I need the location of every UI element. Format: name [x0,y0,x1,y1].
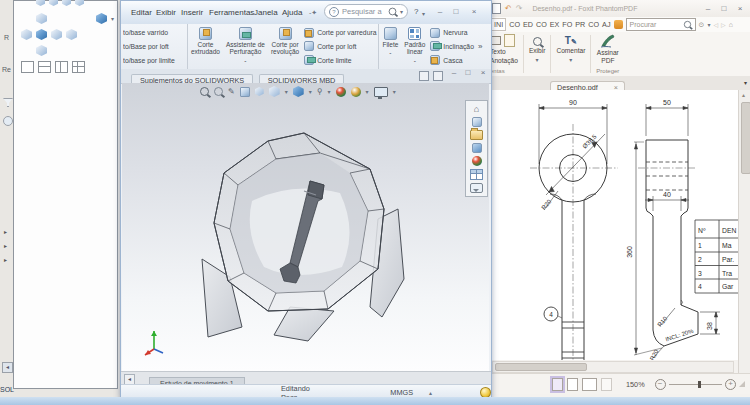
appearances-icon[interactable] [472,156,482,166]
tab-formulario[interactable]: FO [562,20,572,29]
top-view-icon[interactable] [36,13,47,24]
tree-expand-arrow[interactable]: ▸ [4,242,7,249]
close-button[interactable]: × [733,4,747,14]
boss-base-flyout-items[interactable]: to/base varrido to/Base por loft to/base… [121,24,187,69]
tree-expand-arrow[interactable]: ▸ [4,256,7,263]
assistente-perfuracao-button[interactable]: Assistente de Perfuração - [223,24,268,69]
dynamic-annotation-icon[interactable] [255,87,264,96]
close-button[interactable]: × [467,7,481,17]
scrollbar-thumb[interactable] [741,102,750,174]
resize-grip-icon[interactable] [739,381,745,387]
sw-search-input[interactable]: ? Pesquisar a ▾ [324,4,408,19]
tab-comentario[interactable]: CO [509,20,520,29]
tab-compartilhar[interactable]: CO [588,20,599,29]
help-button[interactable]: ? [414,7,418,16]
continuous-page-icon[interactable] [567,378,578,391]
search-icon[interactable] [389,8,397,16]
menu-janela[interactable]: Janela [250,1,282,24]
tree-expand-arrow[interactable]: ▸ [4,228,7,235]
corte-extrudado-button[interactable]: Corte extrudado [188,24,223,69]
flyout-varrido[interactable]: to/base varrido [123,29,187,36]
next-result-icon[interactable]: ▷ [721,21,726,28]
corte-limite-button[interactable]: Corte limite [304,55,376,65]
corte-revolucao-button[interactable]: Corte por revolução [268,24,302,69]
two-view-horizontal-icon[interactable] [38,61,51,73]
tab-organizar[interactable]: CO [536,20,547,29]
tab-list-caret-icon[interactable]: ▾ [744,79,747,86]
chevron-down-icon[interactable]: ▾ [569,56,572,63]
minimize-button[interactable]: – [433,7,447,17]
flyout-loft[interactable]: to/Base por loft [123,43,187,50]
view-cube-icon[interactable] [75,0,84,6]
chevron-down-icon[interactable]: ▾ [309,88,312,95]
scrollbar-thumb[interactable] [495,363,587,371]
right-view-icon[interactable] [51,29,62,40]
zoom-slider-thumb[interactable] [698,381,701,388]
casca-button[interactable]: Casca [430,55,474,65]
status-units[interactable]: MMGS [390,388,413,397]
menu-inserir[interactable]: Inserir [177,1,207,24]
file-explorer-icon[interactable] [470,130,483,140]
forum-icon[interactable] [470,183,483,193]
filter-icon[interactable] [3,98,13,107]
facing-pages-icon[interactable] [582,378,597,391]
menu-ajuda[interactable]: Ajuda [278,1,306,24]
horizontal-scrollbar[interactable] [492,361,734,373]
sign-pen-icon[interactable] [600,34,616,48]
zoom-slider[interactable] [669,384,722,385]
search-icon[interactable] [683,21,690,28]
pdf-page[interactable]: 90 50 40 4 360 38 Ø38,5 R20 R10 R20 INCL… [488,90,738,360]
bottom-view-icon[interactable] [36,45,47,56]
inclinacao-button[interactable]: Inclinação [430,41,474,51]
vertical-scrollbar[interactable]: ▴ [738,90,750,373]
zoom-to-area-icon[interactable] [214,87,223,96]
chevron-down-icon[interactable]: ▾ [366,88,369,95]
sensor-icon[interactable] [3,116,13,126]
view-palette-icon[interactable] [472,143,482,153]
apply-scene-icon[interactable] [351,87,361,97]
save-icon[interactable] [492,3,501,14]
3d-model-part[interactable] [172,111,452,361]
chevron-down-icon[interactable]: ▾ [393,88,396,95]
clipboard-icon[interactable] [504,34,515,47]
tab-editar[interactable]: ED [523,20,533,29]
menu-exibir[interactable]: Exibir [152,1,180,24]
fit-page-icon[interactable] [601,378,612,391]
view-cube-icon[interactable] [36,0,45,6]
comment-text-icon[interactable]: T✎ [565,35,577,46]
section-view-icon[interactable] [240,87,250,97]
nervura-button[interactable]: Nervura [430,28,474,38]
pdf-search-input[interactable]: Procurar [626,18,696,31]
redo-icon[interactable]: ↷ [516,4,523,13]
front-view-icon[interactable] [36,29,47,40]
design-library-icon[interactable] [472,117,482,127]
edit-appearance-icon[interactable] [336,87,346,97]
assinar-pdf-group[interactable]: Assinar PDF Proteger [591,32,624,76]
corte-loft-button[interactable]: Corte por loft [304,41,376,51]
exibir-group[interactable]: Exibir ▾ [524,32,551,76]
two-view-vertical-icon[interactable] [55,61,68,73]
tab-inicio[interactable]: INI [491,18,506,31]
view-cube-icon[interactable] [62,0,71,6]
chevron-down-icon[interactable]: ▾ [536,56,539,63]
tab-exibir[interactable]: EX [550,20,560,29]
doc-restore-icon[interactable] [419,71,429,81]
zoom-to-fit-icon[interactable] [200,87,209,96]
hide-show-items-icon[interactable]: ⚲ [317,87,323,96]
prev-result-icon[interactable]: ◁ [713,21,718,28]
collapse-panel-icon[interactable]: ◂ [2,362,13,373]
view-orientation-icon[interactable] [269,86,280,97]
four-view-icon[interactable] [72,61,85,73]
zoom-out-icon[interactable]: − [655,379,666,390]
single-view-icon[interactable] [21,61,34,73]
chevron-down-icon[interactable]: ▾ [111,15,114,22]
comentar-group[interactable]: T✎ Comentar ▾ [551,32,590,76]
zoom-level[interactable]: 150% [626,380,645,389]
sw-viewport[interactable]: ✎ ▾ ▾ ⚲▾ ▾ ▾ [122,83,489,371]
custom-properties-icon[interactable] [470,169,483,180]
undo-icon[interactable]: ↶ [505,4,512,13]
scroll-up-icon[interactable]: ▴ [742,91,745,98]
units-caret-icon[interactable]: ▴ [429,389,432,396]
restore-button[interactable]: □ [449,7,463,17]
chevron-down-icon[interactable]: ▾ [400,8,403,15]
